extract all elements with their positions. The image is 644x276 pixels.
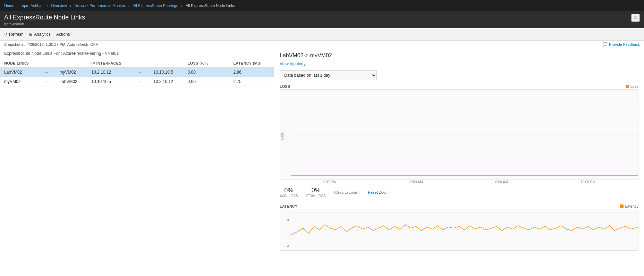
ip-arrow-cell: → <box>134 68 149 77</box>
latency-legend-label: Latency <box>625 204 638 208</box>
provide-feedback-link[interactable]: 💬 Provide Feedback <box>603 42 640 47</box>
breadcrumb-overview[interactable]: Overview <box>51 3 67 8</box>
loss-legend: Loss <box>626 84 638 89</box>
loss-legend-label: Loss <box>630 84 638 89</box>
ip1-cell: 10.10.10.5 <box>87 77 134 86</box>
ip-arrow-cell: → <box>134 77 149 86</box>
snapshot-text: Snapshot at: 4/26/2018, 1:30:37 PM; Auto… <box>4 42 98 47</box>
svg-text:Loss: Loss <box>280 132 284 140</box>
analytics-icon: ⊞ <box>29 32 33 37</box>
refresh-button[interactable]: ↺ Refresh <box>4 32 24 37</box>
loss-legend-dot <box>626 85 629 88</box>
latency-legend-dot <box>620 204 624 208</box>
latency-cell: 2.86 <box>229 68 274 77</box>
left-panel: ExpressRoute Node Links For : AzurePriva… <box>0 48 274 274</box>
reset-zoom-button[interactable]: Reset Zoom <box>368 190 389 194</box>
close-button[interactable]: ✕ <box>631 14 640 22</box>
node1-cell: LabVM02 <box>0 68 40 77</box>
avg-loss-value: 0% <box>280 187 298 194</box>
snapshot-bar: Snapshot at: 4/26/2018, 1:30:37 PM; Auto… <box>0 41 644 48</box>
col-loss: LOSS (%)↓ <box>184 59 219 68</box>
main-content: ExpressRoute Node Links For : AzurePriva… <box>0 48 644 274</box>
arrow-cell: → <box>40 68 56 77</box>
svg-text:3: 3 <box>287 219 289 222</box>
title-bar: All ExpressRoute Node Links npm-ashlab ✕ <box>0 11 644 28</box>
latency-cell: 2.75 <box>229 77 274 86</box>
latency-chart[interactable]: 3 2 <box>280 209 638 251</box>
breadcrumb-npmashlab[interactable]: npm-AshLab <box>22 3 43 8</box>
table-row[interactable]: myVM02 → LabVM02 10.10.10.5 → 10.2.10.12… <box>0 77 274 86</box>
loss-time-axis: 6:00 PM 12:00 AM 6:00 AM 12:00 PM <box>280 179 638 185</box>
peak-loss-value: 0% <box>306 187 326 194</box>
breadcrumb-home[interactable]: Home <box>4 3 14 8</box>
breadcrumb-current: All ExpressRoute Node Links <box>186 3 235 8</box>
breadcrumb-npm[interactable]: Network Performance Monitor <box>75 3 125 8</box>
page-title: All ExpressRoute Node Links <box>4 14 85 21</box>
avg-loss-stat: 0% AVG. LOSS <box>280 187 298 198</box>
loss-cell: 0.00 <box>184 77 219 86</box>
arrow-cell: → <box>40 77 56 86</box>
right-panel: LabVM02-> myVM02 View topology Data base… <box>274 48 644 274</box>
latency-legend: Latency <box>620 204 638 208</box>
node1-cell: myVM02 <box>0 77 40 86</box>
col-ip-interfaces: IP INTERFACES <box>87 59 134 68</box>
actions-label: Actions <box>56 32 70 37</box>
sort-icon-loss: ↓ <box>206 61 209 65</box>
refresh-label: Refresh <box>9 32 24 37</box>
time-range-dropdown[interactable]: Data based on last 1 dayData based on la… <box>280 70 377 80</box>
toolbar: ↺ Refresh ⊞ Analytics Actions <box>0 28 644 41</box>
view-topology-link[interactable]: View topology <box>280 61 638 66</box>
analytics-button[interactable]: ⊞ Analytics <box>29 32 51 37</box>
loss-section-title: LOSS <box>280 84 290 89</box>
table-row[interactable]: LabVM02 → myVM02 10.2.10.12 → 10.10.10.5… <box>0 68 274 77</box>
ip2-cell: 10.2.10.12 <box>149 77 183 86</box>
loss-chart[interactable]: Loss <box>280 89 638 179</box>
refresh-icon: ↺ <box>4 32 8 37</box>
drag-hint: (Drag to zoom) <box>334 190 359 194</box>
feedback-icon: 💬 <box>603 42 608 47</box>
latency-chart-section: LATENCY Latency 3 2 <box>280 204 638 251</box>
ip2-cell: 10.10.10.5 <box>149 68 183 77</box>
peak-loss-stat: 0% PEAK LOSS <box>306 187 326 198</box>
analytics-label: Analytics <box>34 32 51 37</box>
col-node-links: NODE LINKS <box>0 59 40 68</box>
avg-loss-label: AVG. LOSS <box>280 194 298 198</box>
page-subtitle: npm-ashlab <box>4 22 85 26</box>
loss-stats-row: 0% AVG. LOSS 0% PEAK LOSS (Drag to zoom)… <box>280 185 638 200</box>
panel-title: LabVM02-> myVM02 <box>280 52 638 59</box>
svg-text:2: 2 <box>287 244 289 248</box>
latency-section-title: LATENCY <box>280 204 297 208</box>
col-latency: LATENCY (MS) <box>229 59 274 68</box>
section-header: ExpressRoute Node Links For : AzurePriva… <box>0 48 274 59</box>
loss-chart-section: LOSS Loss Loss <box>280 84 638 200</box>
node-links-table: NODE LINKS IP INTERFACES LOSS (%)↓ LATEN… <box>0 59 274 86</box>
breadcrumb-bar: Home › npm-AshLab › Overview › Network P… <box>0 0 644 11</box>
actions-button[interactable]: Actions <box>56 32 70 37</box>
node2-cell: myVM02 <box>55 68 87 77</box>
peak-loss-label: PEAK LOSS <box>306 194 326 198</box>
node2-cell: LabVM02 <box>55 77 87 86</box>
ip1-cell: 10.2.10.12 <box>87 68 134 77</box>
breadcrumb-peerings[interactable]: All ExpressRoute Peerings <box>133 3 178 8</box>
loss-cell: 0.00 <box>184 68 219 77</box>
